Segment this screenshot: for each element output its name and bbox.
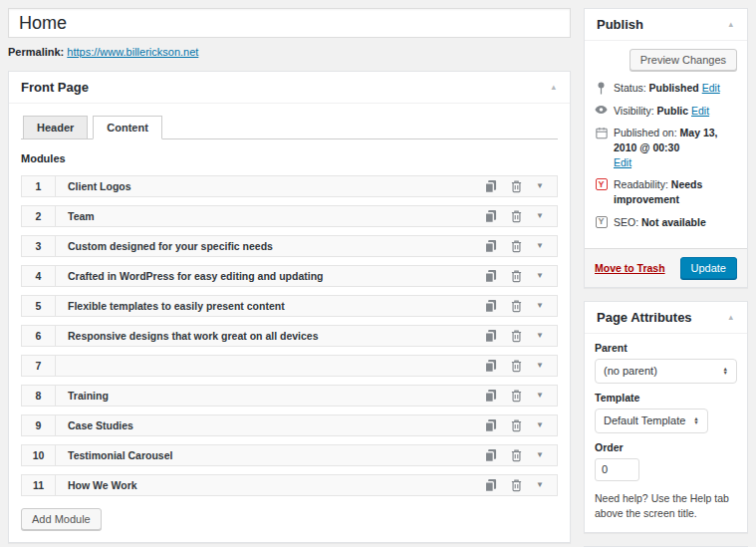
sidebar-column: Publish ▴ Preview Changes Status: Publis… [584, 8, 748, 547]
chevron-down-icon[interactable]: ▼ [536, 182, 544, 190]
permalink-label: Permalink: [8, 46, 64, 58]
chevron-down-icon[interactable]: ▼ [536, 451, 544, 459]
seo-label: SEO: [614, 216, 638, 228]
module-title: Crafted in WordPress for easy editing an… [56, 266, 484, 286]
module-row[interactable]: 4 Crafted in WordPress for easy editing … [21, 265, 558, 287]
chevron-down-icon[interactable]: ▼ [536, 242, 544, 250]
template-select-value: Default Template [604, 414, 685, 426]
module-row[interactable]: 3 Custom designed for your specific need… [21, 235, 558, 257]
duplicate-icon[interactable] [484, 209, 497, 223]
module-row[interactable]: 1 Client Logos ▼ [21, 175, 558, 197]
seo-text: SEO: Not available [614, 215, 706, 230]
tab-header[interactable]: Header [23, 116, 88, 139]
status-row: Status: Published Edit [595, 81, 737, 96]
module-row[interactable]: 11 How We Work ▼ [21, 474, 558, 496]
chevron-down-icon[interactable]: ▼ [536, 272, 544, 280]
add-module-button[interactable]: Add Module [21, 508, 102, 530]
help-text: Need help? Use the Help tab above the sc… [595, 491, 739, 523]
collapse-icon[interactable]: ▴ [726, 311, 735, 324]
duplicate-icon[interactable] [484, 269, 497, 283]
visibility-row: Visibility: Public Edit [595, 104, 737, 119]
module-actions: ▼ [484, 386, 557, 406]
module-row[interactable]: 9 Case Studies ▼ [21, 414, 558, 436]
duplicate-icon[interactable] [484, 239, 497, 253]
front-page-body: Header Content Modules 1 Client Logos ▼ … [9, 104, 570, 542]
yoast-readability-icon: Y [595, 178, 608, 190]
status-label: Status: [614, 82, 646, 94]
page-attributes-metabox: Page Attributes ▴ Parent (no parent) ▲▼ … [584, 301, 748, 534]
chevron-down-icon[interactable]: ▼ [536, 421, 544, 429]
chevron-down-icon[interactable]: ▼ [536, 212, 544, 220]
trash-icon[interactable] [510, 389, 523, 403]
publish-metabox-header[interactable]: Publish ▴ [585, 9, 747, 41]
module-actions: ▼ [484, 356, 557, 376]
module-number: 11 [22, 475, 56, 495]
module-title [56, 356, 484, 376]
trash-icon[interactable] [510, 478, 523, 492]
module-actions: ▼ [484, 266, 557, 286]
duplicate-icon[interactable] [484, 418, 497, 432]
trash-icon[interactable] [510, 299, 523, 313]
trash-icon[interactable] [510, 418, 523, 432]
duplicate-icon[interactable] [484, 329, 497, 343]
visibility-edit-link[interactable]: Edit [691, 105, 709, 117]
chevron-down-icon[interactable]: ▼ [536, 302, 544, 310]
module-row[interactable]: 8 Training ▼ [21, 385, 558, 407]
trash-icon[interactable] [510, 209, 523, 223]
chevron-down-icon[interactable]: ▼ [536, 332, 544, 340]
module-row[interactable]: 2 Team ▼ [21, 205, 558, 227]
module-number: 10 [22, 445, 56, 465]
module-row[interactable]: 5 Flexible templates to easily present c… [21, 295, 558, 317]
chevron-down-icon[interactable]: ▼ [536, 362, 544, 370]
trash-icon[interactable] [510, 239, 523, 253]
move-to-trash-link[interactable]: Move to Trash [595, 262, 665, 274]
permalink-link[interactable]: https://www.billerickson.net [67, 46, 198, 58]
post-title-input[interactable] [8, 8, 571, 38]
module-title: Custom designed for your specific needs [56, 236, 484, 256]
collapse-icon[interactable]: ▴ [726, 18, 735, 31]
front-page-metabox: Front Page ▴ Header Content Modules 1 Cl… [8, 71, 571, 543]
order-input[interactable] [595, 458, 639, 481]
trash-icon[interactable] [510, 359, 523, 373]
module-row[interactable]: 6 Responsive designs that work great on … [21, 325, 558, 347]
module-number: 6 [22, 326, 56, 346]
page-attributes-metabox-header[interactable]: Page Attributes ▴ [585, 302, 747, 334]
preview-changes-button[interactable]: Preview Changes [630, 49, 737, 71]
page-attributes-body: Parent (no parent) ▲▼ Template Default T… [585, 334, 747, 533]
update-button[interactable]: Update [680, 257, 737, 279]
duplicate-icon[interactable] [484, 478, 497, 492]
duplicate-icon[interactable] [484, 299, 497, 313]
readability-text: Readability: Needs improvement [614, 177, 737, 206]
trash-icon[interactable] [510, 329, 523, 343]
template-select[interactable]: Default Template ▲▼ [595, 409, 708, 433]
module-actions: ▼ [484, 176, 557, 196]
trash-icon[interactable] [510, 179, 523, 193]
publishing-actions: Move to Trash Update [585, 248, 747, 287]
collapse-icon[interactable]: ▴ [549, 81, 558, 94]
module-row[interactable]: 10 Testimonial Carousel ▼ [21, 444, 558, 466]
tab-content[interactable]: Content [93, 116, 162, 139]
parent-select[interactable]: (no parent) ▲▼ [595, 359, 737, 384]
visibility-label: Visibility: [614, 105, 654, 117]
status-edit-link[interactable]: Edit [702, 82, 720, 94]
module-row[interactable]: 7 ▼ [21, 355, 558, 377]
module-actions: ▼ [484, 445, 557, 465]
duplicate-icon[interactable] [484, 359, 497, 373]
module-actions: ▼ [484, 475, 557, 495]
front-page-metabox-header[interactable]: Front Page ▴ [9, 72, 570, 104]
module-title: Client Logos [56, 176, 484, 196]
module-title: Team [56, 206, 484, 226]
duplicate-icon[interactable] [484, 389, 497, 403]
trash-icon[interactable] [510, 269, 523, 283]
front-page-tabs: Header Content [21, 116, 558, 139]
status-text: Status: Published Edit [614, 81, 720, 96]
duplicate-icon[interactable] [484, 179, 497, 193]
module-title: Flexible templates to easily present con… [56, 296, 484, 316]
duplicate-icon[interactable] [484, 448, 497, 462]
published-edit-link[interactable]: Edit [614, 156, 631, 168]
chevron-down-icon[interactable]: ▼ [536, 481, 544, 489]
trash-icon[interactable] [510, 448, 523, 462]
chevron-down-icon[interactable]: ▼ [536, 392, 544, 400]
module-number: 5 [22, 296, 56, 316]
front-page-title: Front Page [21, 80, 89, 95]
